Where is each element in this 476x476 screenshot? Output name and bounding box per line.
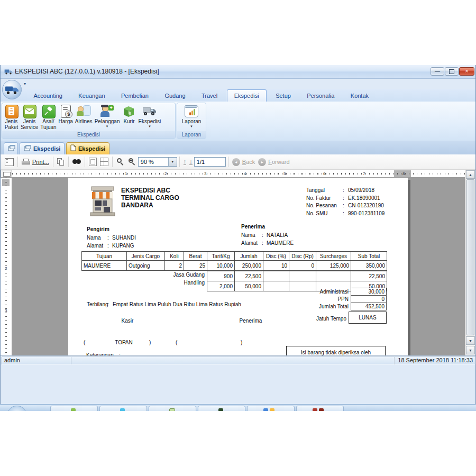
previous-page-button[interactable]: ↑ <box>182 158 188 166</box>
print-preview-area[interactable]: EKSPEDISI ABC TERMINAL CARGO BANDARA Tan… <box>12 178 465 355</box>
taskbar-button[interactable] <box>149 406 196 411</box>
document-tab-bar: Ekspedisi Ekspedisi ◄ ► × <box>1 141 475 155</box>
meta-value: CN-012320190 <box>348 203 384 208</box>
zoom-out-button[interactable]: – <box>115 157 126 167</box>
single-page-view-button[interactable] <box>87 157 98 167</box>
table-row: 90022,50022,500 <box>207 271 387 281</box>
taskbar-button[interactable] <box>99 406 147 411</box>
back-button[interactable]: ◄Back <box>231 157 257 167</box>
scrollbar-thumb[interactable] <box>466 179 474 335</box>
screenshot: EKSPEDISI ABC (127.0.0.1) v.180918 - [Ek… <box>0 0 476 476</box>
window-icon <box>24 144 31 153</box>
meta-label: No. Faktur <box>306 195 331 201</box>
quick-access-toolbar[interactable]: ▾ <box>24 81 31 87</box>
maximize-button[interactable] <box>445 67 459 76</box>
tab-accounting[interactable]: Accounting <box>26 90 69 102</box>
store-logo-icon <box>88 186 117 219</box>
company-line3: BANDARA <box>121 202 153 209</box>
tab-ekspedisi[interactable]: Ekspedisi <box>227 89 267 102</box>
package-type-icon <box>4 104 19 118</box>
ekspedisi-button[interactable]: Ekspedisi ▼ <box>137 104 162 129</box>
extra-row-label: Jasa Gudang <box>81 272 205 278</box>
signature-left-name: TOPAN <box>105 340 142 345</box>
airlines-agent-icon <box>77 104 91 118</box>
kurir-button[interactable]: Kurir <box>121 104 137 125</box>
payment-status-box: LUNAS <box>349 312 387 324</box>
toggle-panel-button[interactable] <box>3 157 15 167</box>
forward-button[interactable]: ►Forward <box>257 157 291 167</box>
tab-kontak[interactable]: Kontak <box>344 90 376 102</box>
sender-title: Pengirim <box>87 226 109 232</box>
status-spacer <box>71 356 395 364</box>
zoom-out-icon: – <box>116 158 125 166</box>
pelanggan-button[interactable]: + Pelanggan ▼ <box>94 104 121 129</box>
asal-tujuan-button[interactable]: Asal/ Tujuan <box>39 104 57 131</box>
start-orb-icon[interactable] <box>7 406 26 411</box>
total-label: Jumlah Total <box>280 304 349 309</box>
taskbar-button[interactable] <box>198 406 245 411</box>
dropdown-arrow-icon: ▼ <box>190 125 193 128</box>
minimize-button[interactable]: — <box>431 67 444 76</box>
terbilang-label: Terbilang <box>87 301 108 307</box>
jenis-service-button[interactable]: Jenis Service <box>20 104 39 131</box>
vertical-ruler[interactable]: 1 2 3 <box>1 178 12 355</box>
close-icon: × <box>465 68 469 74</box>
disclaimer-box: Isi barang tidak diperiksa oleh EKSPEDIS… <box>286 346 386 355</box>
meta-label: No. SMU <box>306 210 328 216</box>
combo-dropdown-icon[interactable]: ▼ <box>168 158 177 166</box>
company-line2: TERMINAL CARGO <box>121 194 179 202</box>
multi-page-view-button[interactable] <box>98 157 110 167</box>
taskbar-button[interactable] <box>50 406 98 411</box>
total-label: Administrasi <box>280 289 349 295</box>
ruler-origin-box <box>1 170 12 178</box>
ribbon: Jenis Paket Jenis Service Asal/ Tujuan <box>1 102 475 141</box>
title-bar[interactable]: EKSPEDISI ABC (127.0.0.1) v.180918 - [Ek… <box>1 65 475 79</box>
tab-gudang[interactable]: Gudang <box>158 90 192 102</box>
laporan-button[interactable]: Laporan ▼ <box>181 104 203 129</box>
close-button[interactable]: × <box>459 67 474 76</box>
document-tab-ekspedisi-1[interactable]: Ekspedisi <box>20 142 65 154</box>
print-button[interactable]: Print... <box>20 158 51 167</box>
meta-label: No. Pesanan <box>306 203 337 208</box>
scroll-page-down-icon[interactable]: ▼ <box>466 346 475 354</box>
ribbon-group-label: Ekspedisi <box>2 131 175 138</box>
grand-total-value: 452,500 <box>351 303 387 310</box>
taskbar-button[interactable] <box>296 406 344 411</box>
restore-icon <box>449 69 454 74</box>
ribbon-tab-row: Accounting Keuangan Pembelian Gudang Tra… <box>1 89 475 102</box>
document-icon <box>70 144 76 153</box>
vertical-scrollbar[interactable]: ▲ ▼ ▼ <box>465 170 475 355</box>
windows-taskbar[interactable] <box>0 404 476 411</box>
tab-pembelian[interactable]: Pembelian <box>114 90 155 102</box>
jenis-paket-button[interactable]: Jenis Paket <box>3 104 20 131</box>
scroll-down-icon[interactable]: ▼ <box>466 336 475 345</box>
tab-setup[interactable]: Setup <box>269 90 298 102</box>
taskbar-button[interactable] <box>247 406 295 411</box>
tab-travel[interactable]: Travel <box>195 90 224 102</box>
find-button[interactable] <box>71 158 83 166</box>
document-tab-ekspedisi-2[interactable]: Ekspedisi <box>66 142 109 154</box>
disclaimer-line1: Isi barang tidak diperiksa oleh <box>287 350 385 355</box>
ribbon-group-label: Laporan <box>177 131 206 138</box>
pushpin-icon <box>41 104 56 118</box>
receiver-name: NATALIA <box>267 232 288 238</box>
airlines-button[interactable]: Airlines <box>74 104 94 125</box>
zoom-in-button[interactable]: + <box>126 157 138 167</box>
tab-list-button[interactable] <box>4 142 18 154</box>
next-page-button[interactable]: ↓ <box>188 158 194 166</box>
total-label: PPN <box>280 296 349 302</box>
windows-stack-icon <box>8 144 15 153</box>
scroll-up-icon[interactable]: ▲ <box>466 170 475 179</box>
application-menu-button[interactable] <box>2 80 22 99</box>
up-arrow-icon: ↑ <box>184 159 187 165</box>
meta-value: 05/09/2018 <box>348 187 374 193</box>
copy-button[interactable] <box>56 157 66 167</box>
receiver-title: Penerima <box>241 224 265 230</box>
horizontal-ruler[interactable]: 1 2 3 4 5 6 7 8 <box>12 170 465 178</box>
page-number-box[interactable]: 1/1 <box>194 157 226 167</box>
zoom-level-combo[interactable]: 90 % ▼ <box>138 157 177 167</box>
tab-keuangan[interactable]: Keuangan <box>71 90 112 102</box>
print-label: Print... <box>32 159 49 165</box>
harga-button[interactable]: $ Harga <box>58 104 74 125</box>
tab-personalia[interactable]: Personalia <box>300 90 341 102</box>
